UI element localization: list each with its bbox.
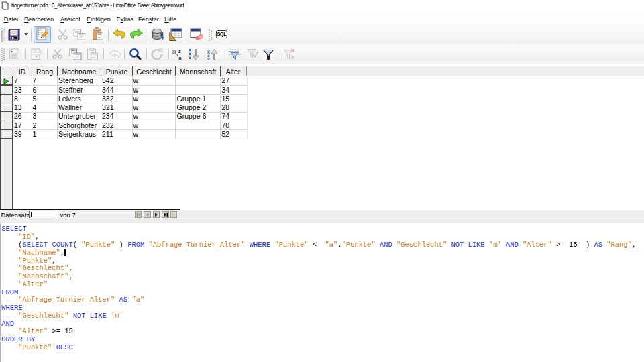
svg-text:a: a [179,56,182,60]
svg-text:z: z [178,49,181,54]
